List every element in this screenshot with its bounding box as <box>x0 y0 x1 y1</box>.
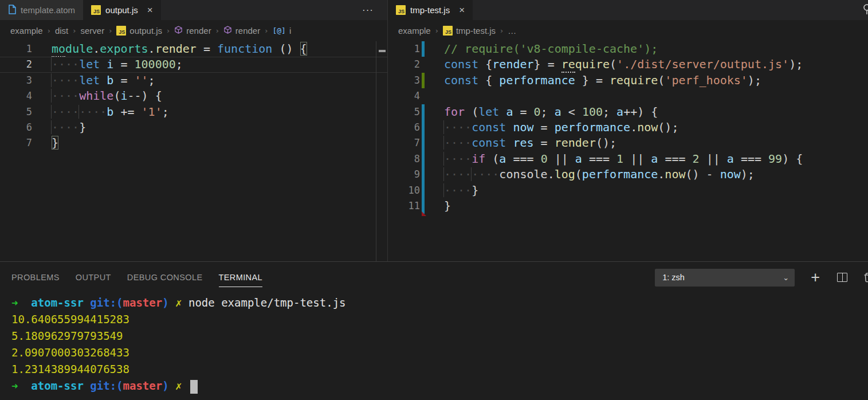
code-line-text: ········console.log(performance.now() - … <box>429 167 868 182</box>
terminal-token: 10.640655994415283 <box>11 313 129 326</box>
code-token: performance <box>555 120 630 134</box>
code-token: ) { <box>782 152 803 166</box>
code-token: . <box>630 120 637 134</box>
symbol-method-icon <box>174 25 183 36</box>
code-token: render <box>555 136 596 150</box>
close-icon[interactable]: × <box>459 5 465 15</box>
code-token: ···· <box>78 105 107 119</box>
code-editor-tmp-test-js[interactable]: 1// require('v8-compile-cache');2const {… <box>388 41 868 214</box>
code-line[interactable]: 4····while(i--) { <box>0 88 387 104</box>
terminal-output[interactable]: ➜ atom-ssr git:(master) ✗ node example/t… <box>0 287 868 394</box>
symbol-field-icon: [@] <box>272 26 285 35</box>
git-gutter-none <box>420 57 429 72</box>
more-actions-button[interactable]: ··· <box>362 0 374 20</box>
code-line[interactable]: 4 <box>388 88 868 104</box>
code-token: ···· <box>51 105 79 119</box>
terminal-line: 5.180962979793549 <box>11 328 868 344</box>
terminal-token: git:( <box>90 379 123 392</box>
code-token: a <box>616 105 623 119</box>
code-token: mo <box>52 42 65 57</box>
code-token: let <box>79 73 100 87</box>
code-line[interactable]: 2····let i = 100000; <box>0 57 387 72</box>
code-token: exports <box>100 42 148 56</box>
breadcrumb-label: … <box>508 26 516 36</box>
git-gutter-added <box>420 73 429 88</box>
breadcrumb-item-i[interactable]: [@]i <box>272 26 291 36</box>
breadcrumb-separator: › <box>109 26 112 35</box>
breadcrumb-item-example[interactable]: example <box>398 26 431 36</box>
code-line-text: ········b += '1'; <box>32 104 387 120</box>
code-line[interactable]: 7····const res = render(); <box>388 135 868 151</box>
panel-tab-terminal[interactable]: TERMINAL <box>219 273 263 287</box>
terminal-token: 2.0907000303268433 <box>11 346 129 359</box>
panel-tab-debug-console[interactable]: DEBUG CONSOLE <box>127 273 203 287</box>
code-line[interactable]: 3const { performance } = require('perf_h… <box>388 73 868 88</box>
code-line[interactable]: 10····} <box>388 183 868 198</box>
kill-terminal-button[interactable] <box>862 272 868 283</box>
code-line[interactable]: 2const {render} = require('./dist/server… <box>388 57 868 72</box>
code-line-text: module.exports.render = function () { <box>32 41 387 57</box>
code-line[interactable]: 6····const now = performance.now(); <box>388 120 868 135</box>
terminal-token: ✗ <box>175 379 182 392</box>
breadcrumb-item-render[interactable]: render <box>223 25 260 36</box>
code-line[interactable]: 1// require('v8-compile-cache'); <box>388 41 868 57</box>
terminal-token: master <box>123 296 163 309</box>
panel-tab-output[interactable]: OUTPUT <box>76 273 111 287</box>
terminal-select-value: 1: zsh <box>662 273 685 282</box>
terminal-token: git:( <box>90 296 123 309</box>
code-line[interactable]: 3····let b = ''; <box>0 73 387 88</box>
breadcrumb-item-output.js[interactable]: JSoutput.js <box>116 26 162 36</box>
split-terminal-button[interactable] <box>837 273 847 282</box>
code-line[interactable]: 11} <box>388 198 868 214</box>
breadcrumb-label: render <box>235 26 260 36</box>
line-number: 1 <box>0 41 32 57</box>
panel-tab-problems[interactable]: PROBLEMS <box>11 273 60 287</box>
code-token: now <box>665 167 685 181</box>
breadcrumb-item-example[interactable]: example <box>10 26 43 36</box>
breadcrumb-item-…[interactable]: … <box>508 26 516 36</box>
code-token: - <box>706 167 720 181</box>
code-token: if <box>472 152 485 166</box>
code-token: now <box>720 167 741 181</box>
tab-tmp-test.js[interactable]: JStmp-test.js× <box>388 0 473 20</box>
breadcrumb-item-render[interactable]: render <box>174 25 211 36</box>
code-token: res <box>513 136 533 150</box>
bottom-panel: PROBLEMSOUTPUTDEBUG CONSOLETERMINAL 1: z… <box>0 261 868 400</box>
code-line[interactable]: 7} <box>0 135 387 151</box>
breadcrumb-separator: › <box>73 26 76 35</box>
tab-template.atom[interactable]: template.atom <box>0 0 83 20</box>
code-line[interactable]: 8····if (a === 0 || a === 1 || a === 2 |… <box>388 151 868 167</box>
code-line[interactable]: 1module.exports.render = function () { <box>0 41 387 57</box>
code-editor-output-js[interactable]: 1module.exports.render = function () {2·… <box>0 41 387 151</box>
code-line[interactable]: 9········console.log(performance.now() -… <box>388 167 868 182</box>
code-line[interactable]: 5for (let a = 0; a < 100; a++) { <box>388 104 868 120</box>
terminal-token <box>18 379 31 392</box>
code-token: = <box>197 42 217 56</box>
breadcrumb-separator: › <box>167 26 170 35</box>
breadcrumb: example›JStmp-test.js›… <box>388 20 868 41</box>
overview-ruler[interactable] <box>376 41 387 261</box>
terminal-token: ) <box>162 379 168 392</box>
breadcrumb-item-server[interactable]: server <box>80 26 104 36</box>
code-token: const <box>472 136 506 150</box>
code-line[interactable]: 6····} <box>0 120 387 135</box>
code-line[interactable]: 5········b += '1'; <box>0 104 387 120</box>
breadcrumb-item-tmp-test.js[interactable]: JStmp-test.js <box>443 26 496 36</box>
code-token: } <box>472 183 478 197</box>
editor-action-partial-icon[interactable] <box>862 3 868 18</box>
tab-label: output.js <box>105 5 138 15</box>
breadcrumb: example›dist›server›JSoutput.js›render›r… <box>0 20 387 41</box>
breadcrumb-item-dist[interactable]: dist <box>55 26 68 36</box>
git-gutter-modified <box>420 120 429 135</box>
new-terminal-button[interactable]: + <box>811 270 820 285</box>
js-icon: JS <box>443 26 453 36</box>
close-icon[interactable]: × <box>147 5 153 15</box>
breadcrumb-separator: › <box>48 26 50 35</box>
terminal-select[interactable]: 1: zsh ⌄ <box>655 269 795 287</box>
code-line-text: ····while(i--) { <box>32 88 387 104</box>
code-token: { <box>478 73 499 87</box>
line-number: 3 <box>388 73 420 88</box>
code-token: } <box>79 120 86 134</box>
tab-output.js[interactable]: JSoutput.js× <box>83 0 161 20</box>
line-number: 7 <box>388 135 420 151</box>
